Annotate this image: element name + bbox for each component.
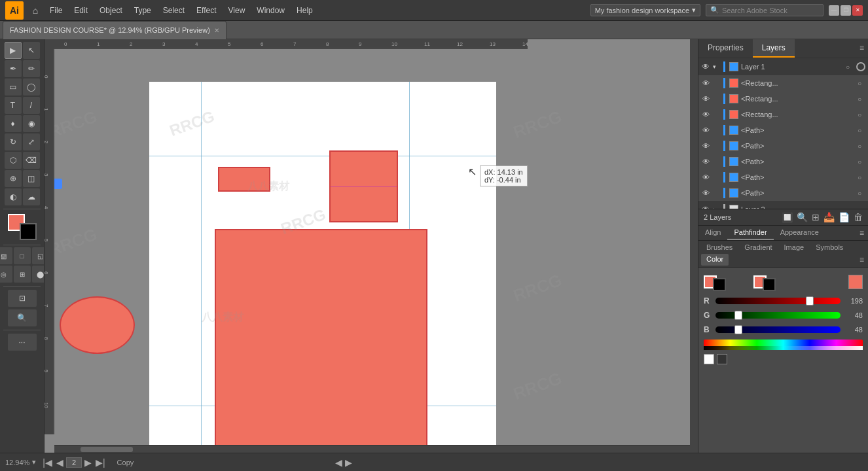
zoom-tool[interactable]: 🔍 [8,309,37,326]
menu-item-select[interactable]: Select [158,3,190,18]
layer-item-path5[interactable]: 👁 <Path> ○ [698,185,868,201]
b-thumb[interactable] [734,325,742,334]
prev-page-btn[interactable]: ◀ [55,457,65,468]
layer-group-2[interactable]: 👁 ▸ Layer 2 ○ [698,201,868,209]
line-tool[interactable]: / [23,97,40,114]
layer-item-path1[interactable]: 👁 <Path> ○ [698,122,868,138]
layer-item-rect1[interactable]: 👁 <Rectang... ○ [698,75,868,91]
warp-tool[interactable]: ⬡ [5,152,22,169]
fill-icon[interactable]: ▧ [0,247,12,264]
layer-group-1[interactable]: 👁 ▾ Layer 1 ○ [698,58,868,75]
eye-rect3[interactable]: 👁 [701,111,710,118]
path5-lock[interactable]: ○ [858,190,865,197]
tab-pathfinder[interactable]: Pathfinder [727,226,773,240]
selection-tool[interactable]: ▶ [5,42,22,59]
eye-path1[interactable]: 👁 [701,126,710,134]
menu-item-window[interactable]: Window [251,3,290,18]
tab-properties[interactable]: Properties [698,39,753,58]
path3-lock[interactable]: ○ [858,158,865,166]
search-bar[interactable]: 🔍 Search Adobe Stock [706,4,823,16]
panel-options-icon[interactable]: ≡ [856,39,868,58]
menu-item-help[interactable]: Help [291,3,318,18]
eye-rect2[interactable]: 👁 [701,95,710,103]
eye-icon-layer1[interactable]: 👁 [701,62,710,71]
type-tool[interactable]: T [5,97,22,114]
eyedropper-tool[interactable]: ⊕ [5,170,22,187]
menu-item-view[interactable]: View [223,3,251,18]
right-panel-scrollbar[interactable] [690,39,698,453]
create-layer-icon[interactable]: 📄 [839,212,850,222]
paintbrush-tool[interactable]: ♦ [5,115,22,132]
ellipse-tool[interactable]: ◯ [23,78,40,96]
tab-align[interactable]: Align [698,226,727,240]
menu-item-type[interactable]: Type [129,3,156,18]
page-input[interactable] [66,457,82,468]
eye-path5[interactable]: 👁 [701,189,710,197]
pencil-tool[interactable]: ✏ [23,60,40,77]
next-page-btn[interactable]: ▶ [83,457,93,468]
layer-item-path4[interactable]: 👁 <Path> ○ [698,169,868,185]
white-swatch[interactable] [704,354,714,364]
next-artboard-btn[interactable]: ▶ [345,457,352,468]
sub-panel-more-icon[interactable]: ≡ [856,226,868,240]
large-rectangle[interactable] [215,229,427,445]
blend-tool[interactable]: ◐ [5,188,22,205]
add-layer-icon[interactable]: 🔲 [782,212,793,222]
direct-selection-tool[interactable]: ↖ [23,42,40,59]
tab-appearance[interactable]: Appearance [774,226,825,240]
home-icon[interactable]: ⌂ [27,3,43,18]
tab-brushes[interactable]: Brushes [701,242,738,253]
color-panel-more-icon[interactable]: ≡ [858,254,865,266]
prev-artboard-btn[interactable]: ◀ [335,457,342,468]
tab-color[interactable]: Color [701,254,729,266]
more-tools-button[interactable]: ··· [8,334,37,351]
ellipse-shape[interactable] [60,296,135,354]
eye-path2[interactable]: 👁 [701,142,710,150]
layer-item-rect3[interactable]: 👁 <Rectang... ○ [698,107,868,122]
symbol-spray-tool[interactable]: ☁ [23,188,40,205]
path1-lock[interactable]: ○ [858,127,865,134]
menu-item-file[interactable]: File [45,3,67,18]
menu-item-edit[interactable]: Edit [69,3,93,18]
layer-item-path2[interactable]: 👁 <Path> ○ [698,138,868,154]
layer-item-path3[interactable]: 👁 <Path> ○ [698,154,868,169]
r-thumb[interactable] [806,296,814,305]
path4-lock[interactable]: ○ [858,174,865,181]
workspace-dropdown[interactable]: My fashion design workspace ▾ [590,4,700,16]
eye-path3[interactable]: 👁 [701,158,710,166]
b-slider[interactable] [715,326,841,333]
menu-item-effect[interactable]: Effect [191,3,221,18]
color-spectrum[interactable] [704,340,863,350]
screen-mode-icon[interactable]: ⬤ [32,266,45,283]
blob-brush-tool[interactable]: ◉ [23,115,40,132]
eraser-tool[interactable]: ⌫ [23,152,40,169]
last-page-btn[interactable]: ▶| [94,457,107,468]
menu-item-object[interactable]: Object [94,3,128,18]
normal-mode-icon[interactable]: ◎ [0,266,12,283]
stroke-square-active[interactable] [763,278,776,291]
collect-layers-icon[interactable]: 📥 [823,212,835,222]
tab-image[interactable]: Image [779,242,810,253]
scale-tool[interactable]: ⤢ [23,133,40,150]
artboard-tool[interactable]: ⊡ [8,290,37,307]
delete-layer-icon[interactable]: 🗑 [854,212,863,222]
tab-close-icon[interactable]: ✕ [214,27,219,34]
rotate-tool[interactable]: ↻ [5,133,22,150]
rect-tool[interactable]: ▭ [5,78,22,96]
layer1-lock[interactable]: ○ [846,63,854,71]
tab-layers[interactable]: Layers [753,39,795,58]
horizontal-scrollbar[interactable] [54,445,690,453]
eye-path4[interactable]: 👁 [701,173,710,181]
path2-lock[interactable]: ○ [858,143,865,150]
rect2-lock[interactable]: ○ [858,96,865,103]
rect3-lock[interactable]: ○ [858,111,865,118]
scroll-thumb-h[interactable] [81,447,133,452]
tab-symbols[interactable]: Symbols [810,242,848,253]
r-slider[interactable] [715,298,841,304]
first-page-btn[interactable]: |◀ [41,457,54,468]
eye-rect1[interactable]: 👁 [701,79,710,87]
layer-options-icon[interactable]: ⊞ [812,212,820,222]
zoom-dropdown-icon[interactable]: ▾ [32,458,36,466]
tab-gradient[interactable]: Gradient [739,242,777,253]
layer-item-rect2[interactable]: 👁 <Rectang... ○ [698,91,868,107]
